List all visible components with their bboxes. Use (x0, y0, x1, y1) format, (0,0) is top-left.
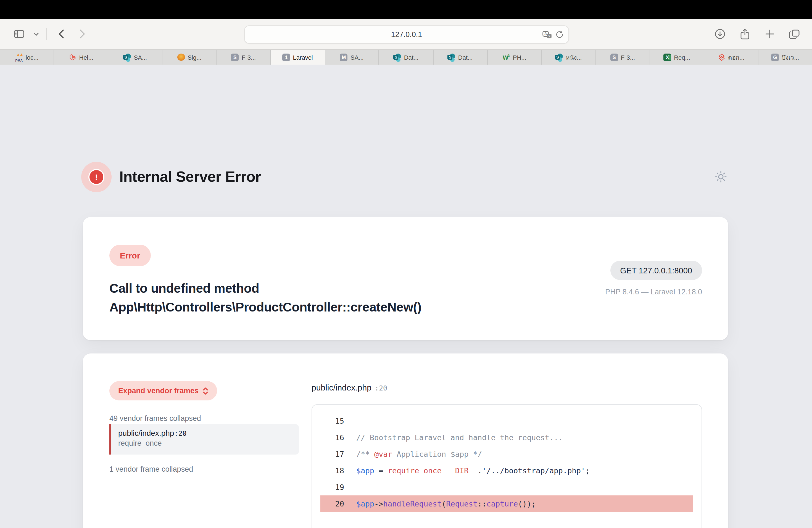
tab-title: SA... (134, 54, 147, 60)
exclamation-icon: ! (88, 169, 104, 185)
tab-title: SA... (350, 54, 364, 60)
tab-8[interactable]: SDat... (379, 50, 433, 64)
tab-title: หนัง... (566, 52, 582, 62)
tab-title: Hel... (79, 54, 93, 60)
reload-icon[interactable] (556, 30, 563, 39)
frame-file: public/index.php:20 (118, 429, 299, 437)
tab-4[interactable]: Sig... (162, 50, 217, 64)
page-title: Internal Server Error (119, 168, 261, 186)
screen: 127.0.0.1 A x (0, 0, 812, 528)
line-number: 15 (324, 416, 344, 425)
error-badge: Error (110, 245, 150, 266)
theme-toggle-sun-icon[interactable] (714, 170, 728, 184)
graysq-favicon: S (231, 53, 239, 61)
tab-title: Laravel (293, 54, 313, 60)
tab-title: Sig... (188, 54, 201, 60)
w3-favicon: W3 (503, 53, 510, 61)
code-line: 16// Bootstrap Laravel and handle the re… (312, 429, 701, 446)
line-number: 16 (324, 433, 344, 442)
code-file-header: public/index.php:20 (311, 383, 387, 392)
stack-trace-card: Expand vendor frames 49 vendor frames co… (83, 353, 728, 528)
tab-15[interactable]: Gบึงเว... (758, 50, 812, 64)
laravel-favicon (69, 53, 76, 61)
error-message-line1: Call to undefined method (110, 279, 421, 298)
toolbar-right-group (712, 19, 802, 49)
tab-11[interactable]: Sหนัง... (541, 50, 596, 64)
tab-10[interactable]: W3PH... (488, 50, 541, 64)
tab-title: loc... (26, 54, 39, 60)
code-file-name: public/index.php (311, 383, 372, 392)
sidebar-chevron-down-icon[interactable] (32, 26, 40, 42)
error-message: Call to undefined method App\Http\Contro… (110, 279, 421, 317)
frame-file-line: :20 (174, 429, 186, 437)
tab-bar: ▲▲PMAloc...Hel...SSA...Sig...SF-3...1Lar… (0, 49, 812, 64)
downloads-icon[interactable] (712, 26, 727, 42)
tab-13[interactable]: XReq... (650, 50, 704, 64)
sharepoint-favicon: S (555, 53, 563, 61)
graysq-favicon: M (340, 53, 348, 61)
sharepoint-favicon: S (448, 53, 455, 61)
tab-2[interactable]: Hel... (54, 50, 108, 64)
vendor-frames-collapsed-top: 49 vendor frames collapsed (110, 414, 201, 423)
tab-title: F-3... (621, 54, 635, 60)
tab-5[interactable]: SF-3... (217, 50, 271, 64)
svg-text:A: A (545, 31, 547, 35)
tab-title: บึงเว... (782, 52, 799, 62)
pma-favicon: ▲▲PMA (15, 53, 23, 61)
redoutline-favicon (717, 53, 725, 61)
tab-title: Req... (674, 54, 690, 60)
share-icon[interactable] (737, 26, 752, 42)
tab-1[interactable]: ▲▲PMAloc... (0, 50, 54, 64)
chevron-up-down-icon (202, 387, 208, 395)
tab-title: Dat... (404, 54, 419, 60)
line-number: 17 (324, 450, 344, 458)
line-number: 20 (324, 499, 344, 508)
graysq-favicon: G (771, 53, 779, 61)
url-bar[interactable]: 127.0.0.1 A x (244, 25, 569, 44)
line-number: 18 (324, 466, 344, 475)
tab-3[interactable]: SSA... (108, 50, 162, 64)
sharepoint-favicon: S (123, 53, 131, 61)
tab-14[interactable]: ดอก... (704, 50, 758, 64)
line-number: 19 (324, 483, 344, 492)
sidebar-toggle-icon[interactable] (11, 26, 27, 42)
page-content: ! Internal Server Error Error Call to un… (0, 64, 812, 528)
error-alert-icon: ! (81, 162, 112, 192)
code-line-highlighted: 20$app->handleRequest(Request::capture()… (320, 495, 693, 512)
expand-vendor-frames-label: Expand vendor frames (118, 386, 199, 395)
tab-title: PH... (513, 54, 526, 60)
frame-method: require_once (118, 439, 299, 448)
excel-favicon: X (663, 53, 671, 61)
browser-toolbar: 127.0.0.1 A x (0, 19, 812, 49)
code-line: 17/** @var Application $app */ (312, 446, 701, 462)
macos-menubar (0, 0, 812, 19)
tab-9[interactable]: SDat... (433, 50, 488, 64)
tab-7[interactable]: MSA... (325, 50, 379, 64)
page-header: ! Internal Server Error (81, 162, 261, 192)
vendor-frames-collapsed-bottom: 1 vendor frame collapsed (110, 465, 193, 473)
svg-text:x: x (549, 34, 550, 38)
code-line: 15 (312, 413, 701, 429)
error-summary-card: Error Call to undefined method App\Http\… (83, 217, 728, 340)
tab-overview-icon[interactable] (787, 26, 802, 42)
error-message-line2: App\Http\Controllers\ProductController::… (110, 298, 421, 317)
tab-title: Dat... (458, 54, 473, 60)
code-line: 19 (312, 479, 701, 495)
forward-button[interactable] (75, 26, 90, 42)
php-laravel-versions: PHP 8.4.6 — Laravel 12.18.0 (605, 288, 702, 296)
code-file-line: :20 (375, 384, 387, 392)
translate-icon[interactable]: A x (542, 31, 552, 39)
graysq-favicon: 1 (282, 53, 290, 61)
tab-12[interactable]: SF-3... (596, 50, 650, 64)
url-bar-icons: A x (542, 26, 563, 43)
tab-title: F-3... (242, 54, 256, 60)
stack-frame-item[interactable]: public/index.php:20 require_once (110, 424, 299, 455)
new-tab-icon[interactable] (762, 26, 777, 42)
toolbar-divider (46, 28, 47, 40)
sharepoint-favicon: S (394, 53, 401, 61)
seal-favicon (177, 54, 185, 61)
toolbar-left-group (0, 26, 90, 42)
expand-vendor-frames-button[interactable]: Expand vendor frames (110, 381, 217, 400)
back-button[interactable] (54, 26, 69, 42)
tab-6[interactable]: 1Laravel (271, 50, 325, 64)
